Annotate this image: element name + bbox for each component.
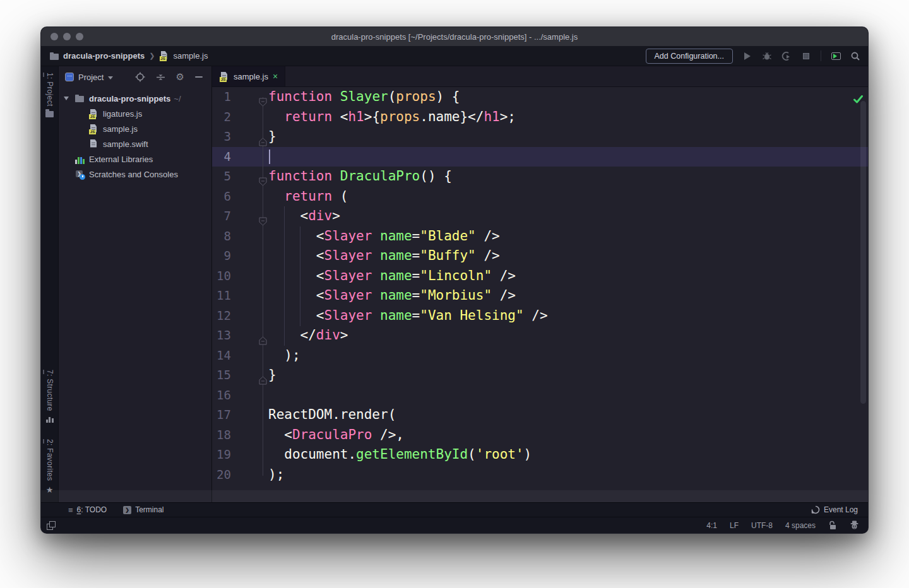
line-number[interactable]: 15 xyxy=(212,365,231,385)
todo-label: 6: TODO xyxy=(77,505,107,514)
run-with-coverage-button[interactable] xyxy=(781,51,792,61)
breadcrumb-file[interactable]: sample.js xyxy=(174,51,208,61)
code-line[interactable] xyxy=(268,147,868,167)
code-line[interactable]: <DraculaPro />, xyxy=(268,425,868,445)
code-line[interactable]: <Slayer name="Van Helsing" /> xyxy=(268,306,868,326)
dracula-face-icon[interactable] xyxy=(850,520,859,530)
close-tab-icon[interactable]: × xyxy=(273,72,278,81)
fold-marker-up[interactable] xyxy=(259,331,267,340)
fold-marker-down[interactable] xyxy=(259,172,267,181)
tree-item-label: ligatures.js xyxy=(103,109,142,119)
vertical-scrollbar[interactable] xyxy=(860,101,866,404)
code-line[interactable]: <Slayer name="Morbius" /> xyxy=(268,286,868,306)
code-line[interactable]: ); xyxy=(268,346,868,366)
settings-gear-icon[interactable]: ⚙ xyxy=(176,73,184,82)
window-title: dracula-pro-snippets [~/Projects/dracula… xyxy=(41,32,868,42)
code-line[interactable] xyxy=(268,385,868,406)
collapse-all-icon[interactable] xyxy=(156,73,165,82)
line-number[interactable]: 8 xyxy=(212,226,231,247)
line-number[interactable]: 19 xyxy=(212,445,231,465)
add-configuration-button[interactable]: Add Configuration... xyxy=(646,49,734,64)
tool-window-button-structure[interactable]: 7: Structure xyxy=(45,370,54,423)
fold-marker-down[interactable] xyxy=(259,212,267,221)
chevron-right-icon: ❯ xyxy=(149,52,155,60)
unlock-icon[interactable] xyxy=(828,520,837,530)
code-line[interactable]: <Slayer name="Blade" /> xyxy=(268,226,868,247)
indent-setting[interactable]: 4 spaces xyxy=(785,521,816,530)
line-number[interactable]: 6 xyxy=(212,187,231,207)
caret-position[interactable]: 4:1 xyxy=(706,521,717,530)
code-line[interactable]: ); xyxy=(268,465,868,485)
tool-window-button-project[interactable]: 1: Project xyxy=(45,73,54,117)
code-line[interactable]: <Slayer name="Lincoln" /> xyxy=(268,266,868,286)
line-number[interactable]: 9 xyxy=(212,246,231,266)
tab-sample-js[interactable]: JS sample.js × xyxy=(212,66,285,86)
tree-item-sample-js[interactable]: JSsample.js xyxy=(59,121,211,136)
editor-gutter[interactable]: 1234567891011121314151617181920 xyxy=(212,87,268,502)
debug-button[interactable] xyxy=(762,51,772,61)
line-number[interactable]: 4 xyxy=(212,147,231,167)
structure-icon xyxy=(46,416,54,423)
tree-item-label: sample.swift xyxy=(103,139,148,149)
line-number[interactable]: 20 xyxy=(212,465,231,485)
file-encoding[interactable]: UTF-8 xyxy=(751,521,773,530)
line-number[interactable]: 16 xyxy=(212,385,231,406)
stop-button[interactable] xyxy=(801,51,811,61)
tree-item-dracula-pro-snippets[interactable]: dracula-pro-snippets~/ xyxy=(59,91,211,106)
line-number[interactable]: 12 xyxy=(212,306,231,326)
code-line[interactable]: } xyxy=(268,365,868,385)
code-line[interactable]: <div> xyxy=(268,206,868,226)
line-number[interactable]: 17 xyxy=(212,405,231,425)
code-line[interactable]: document.getElementById('root') xyxy=(268,445,868,465)
tree-item-label: Scratches and Consoles xyxy=(89,170,178,179)
folder-icon xyxy=(45,111,54,117)
locate-file-icon[interactable] xyxy=(135,72,145,82)
search-everywhere-icon[interactable] xyxy=(850,51,860,61)
hide-panel-icon[interactable] xyxy=(195,76,203,78)
tool-window-label-favorites: 2: Favorites xyxy=(45,439,54,481)
line-number[interactable]: 2 xyxy=(212,107,231,127)
tree-item-external-libraries[interactable]: External Libraries xyxy=(59,151,211,167)
ide-window: dracula-pro-snippets [~/Projects/dracula… xyxy=(40,26,869,534)
tool-window-label-structure: 7: Structure xyxy=(45,370,54,411)
code-line[interactable]: return <h1>{props.name}</h1>; xyxy=(268,107,868,127)
code-line[interactable]: return ( xyxy=(268,187,868,207)
code-line[interactable]: function DraculaPro() { xyxy=(268,167,868,187)
line-number[interactable]: 13 xyxy=(212,326,231,346)
line-number[interactable]: 10 xyxy=(212,266,231,286)
line-number[interactable]: 14 xyxy=(212,346,231,366)
code-line[interactable]: } xyxy=(268,127,868,147)
breadcrumb-project[interactable]: dracula-pro-snippets xyxy=(63,51,145,61)
event-log-button[interactable]: Event Log xyxy=(811,505,858,514)
chevron-down-icon[interactable] xyxy=(108,76,113,79)
project-tool-window-icon xyxy=(65,73,74,81)
line-number[interactable]: 1 xyxy=(212,87,231,107)
fold-marker-down[interactable] xyxy=(259,93,267,102)
tree-item-sample-swift[interactable]: sample.swift xyxy=(59,136,211,151)
line-number[interactable]: 11 xyxy=(212,286,231,306)
tool-window-button-todo[interactable]: ≡ 6: TODO xyxy=(68,505,107,514)
tool-window-button-favorites[interactable]: 2: Favorites ★ xyxy=(45,439,54,495)
tool-window-button-terminal[interactable]: ❯ Terminal xyxy=(123,505,163,514)
tool-window-toggle-icon[interactable] xyxy=(47,521,56,530)
line-number[interactable]: 7 xyxy=(212,206,231,226)
code-line[interactable]: </div> xyxy=(268,326,868,346)
code-lines: function Slayer(props) { return <h1>{pro… xyxy=(268,87,868,485)
line-number[interactable]: 5 xyxy=(212,167,231,187)
run-tool-window-icon[interactable] xyxy=(831,51,841,61)
tree-item-ligatures-js[interactable]: JSligatures.js xyxy=(59,106,211,121)
run-button[interactable] xyxy=(742,51,752,61)
fold-marker-up[interactable] xyxy=(259,132,267,141)
fold-marker-up[interactable] xyxy=(259,371,267,380)
js-file-icon: JS xyxy=(89,109,98,119)
code-editor[interactable]: 1234567891011121314151617181920 function… xyxy=(212,87,868,502)
line-number[interactable]: 18 xyxy=(212,425,231,445)
code-line[interactable]: ReactDOM.render( xyxy=(268,405,868,425)
line-number[interactable]: 3 xyxy=(212,127,231,147)
code-line[interactable]: <Slayer name="Buffy" /> xyxy=(268,246,868,266)
code-line[interactable]: function Slayer(props) { xyxy=(268,87,868,107)
project-panel-title[interactable]: Project xyxy=(78,73,104,82)
expander-arrow-icon[interactable] xyxy=(64,97,75,100)
tree-item-scratches-and-consoles[interactable]: ❯Scratches and Consoles xyxy=(59,167,211,182)
line-separator[interactable]: LF xyxy=(730,521,739,530)
